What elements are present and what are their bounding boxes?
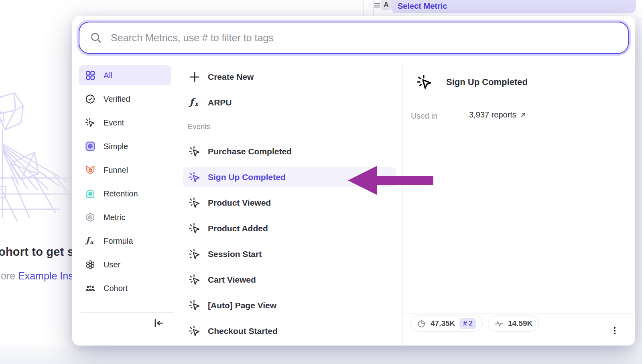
sidebar-item-label: Retention [104,189,138,198]
event-icon [189,299,201,311]
sidebar-item-label: Formula [104,237,133,246]
metric-list-item[interactable]: Cart Viewed [183,270,396,290]
sidebar-item[interactable]: Verified [79,89,171,109]
stat-value: 14.59K [508,319,532,328]
screenshot-root: ohort to get s ore Example Ins A Select … [0,0,642,364]
metric-list-item[interactable]: Product Added [183,218,396,239]
metric-list-item[interactable]: Session Start [183,244,396,264]
background-link-prefix: ore [1,270,18,281]
open-report-icon [520,111,527,119]
used-in-reports-link[interactable]: 3,937 reports [469,110,527,119]
page-edge [638,17,642,364]
more-options-button[interactable] [609,323,620,340]
formula-icon: ƒx [189,97,201,109]
sidebar-item-label: Cohort [104,284,128,293]
events-section-header: Events [183,120,396,131]
background-subline: ore Example Ins [1,270,73,282]
user-icon [85,259,95,270]
sidebar-item[interactable]: Cohort [79,278,171,298]
search-box [79,22,629,54]
event-star-icon [189,248,201,260]
used-in-label: Used in [411,111,437,121]
stat-value: 47.35K [431,319,455,328]
example-insights-link[interactable]: Example Ins [18,270,73,281]
detail-divider [403,313,635,313]
event-icon [189,146,201,158]
metric-list-item-label: Product Viewed [208,198,271,208]
metric-list-item-label: Purchase Completed [208,147,292,156]
event-icon [189,197,201,209]
formula-icon: ƒx [85,236,95,246]
page-bottom [0,346,642,364]
sidebar-item-label: Metric [104,213,125,222]
create-new-label: Create New [208,72,254,82]
create-new-button[interactable]: Create New [183,67,396,87]
cohort-icon [85,283,95,293]
metric-detail-panel: Sign Up Completed Used in 3,937 reports … [402,62,635,346]
background-heading-fragment: ohort to get s [0,245,74,259]
simple-icon [85,141,95,152]
svg-text:x: x [195,100,199,107]
metric-list-item-label: Session Start [208,249,262,259]
metric-list-item[interactable]: Purchase Completed [183,142,396,162]
grid-icon [85,70,95,81]
pie-icon [417,319,426,328]
category-sidebar: All Verified Event Simple Funnel Retenti… [72,62,178,346]
sidebar-item[interactable]: All [79,65,171,85]
collapse-sidebar-button[interactable] [151,316,166,332]
stat-chip[interactable]: 14.59K [488,315,539,332]
sidebar-item[interactable]: Metric [79,207,171,227]
metric-list-item[interactable]: ƒx ARPU [183,93,396,113]
metric-list-item[interactable]: Product Viewed [183,193,396,213]
sidebar-item-label: Verified [104,95,130,104]
event-icon [85,117,95,128]
sidebar-item-label: User [104,260,120,269]
event-icon [189,171,201,183]
kebab-icon [610,324,620,340]
verified-icon [85,94,95,104]
sidebar-item-label: Simple [104,142,128,151]
retention-icon [85,188,95,199]
event-icon [189,274,201,286]
sidebar-item-label: All [104,71,112,80]
funnel-icon [85,165,95,175]
metric-list: Create New ƒx ARPU Events Purchase Compl… [178,62,402,346]
metric-title: Sign Up Completed [446,77,528,87]
sidebar-divider [81,312,174,313]
metric-list-item[interactable]: Checkout Started [183,321,396,341]
sidebar-item-label: Funnel [104,166,128,175]
metric-list-item-label: Product Added [208,224,268,233]
pulse-icon [494,319,504,328]
panel-divider [363,0,364,16]
search-input[interactable] [111,32,618,44]
used-in-reports-count: 3,937 reports [469,110,516,119]
sidebar-item[interactable]: User [79,255,171,275]
sidebar-item[interactable]: Funnel [79,160,171,180]
metric-list-item-label: ARPU [208,98,232,107]
sidebar-item[interactable]: Event [79,113,171,133]
sidebar-item[interactable]: Retention [79,184,171,204]
stat-chip[interactable]: 47.35K # 2 [410,315,483,332]
metric-list-item-label: Checkout Started [208,326,278,336]
select-metric-label: Select Metric [398,2,447,11]
metric-icon [85,212,95,222]
collapse-icon [152,317,165,331]
sidebar-item-label: Event [104,118,124,127]
drag-handle-icon[interactable] [373,1,381,9]
stat-rank-badge: # 2 [459,318,476,329]
event-icon [416,74,433,90]
event-icon [189,222,201,235]
sidebar-item[interactable]: Simple [79,136,171,156]
metric-list-item-label: [Auto] Page View [208,301,276,310]
search-icon [90,32,102,44]
metric-list-item-label: Sign Up Completed [208,172,286,182]
svg-text:x: x [90,239,94,245]
plus-icon [189,71,201,83]
metric-list-item-label: Cart Viewed [208,275,256,285]
select-metric-header[interactable]: Select Metric [391,0,636,13]
event-icon [189,325,201,337]
metric-slot-a-badge: A [381,0,391,10]
sidebar-item[interactable]: ƒx Formula [79,231,171,251]
annotation-arrow [348,166,433,195]
metric-list-item[interactable]: [Auto] Page View [183,295,396,315]
